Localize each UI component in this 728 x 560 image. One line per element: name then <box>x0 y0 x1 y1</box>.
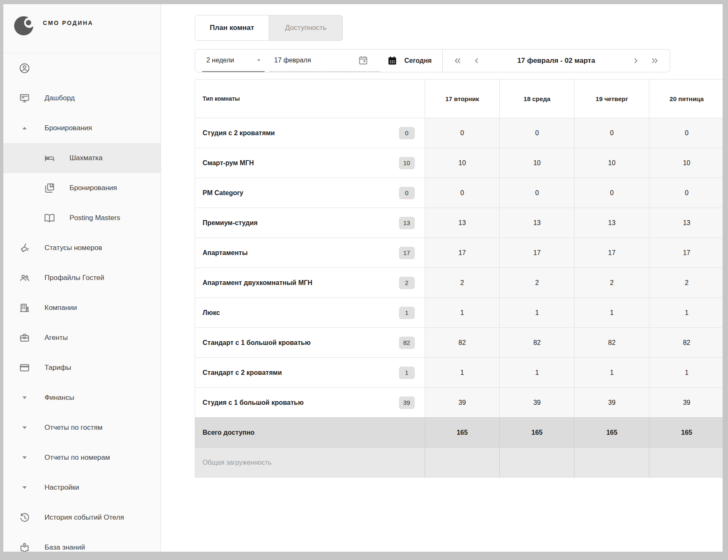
availability-cell: 17 <box>499 238 574 268</box>
room-type-row[interactable]: Студия с 2 кроватями00000 <box>195 118 723 148</box>
people-icon <box>18 272 31 284</box>
room-name-cell: Стандарт с 2 кроватями1 <box>195 358 425 387</box>
availability-cell: 39 <box>425 388 500 417</box>
availability-table: Тип комнаты17 вторник18 среда19 четверг2… <box>195 79 723 478</box>
room-type-row[interactable]: Апартаменты1717171717 <box>195 238 723 268</box>
availability-cell: 1 <box>649 358 723 387</box>
availability-cell: 39 <box>649 388 723 417</box>
column-header-day: 19 четверг <box>574 79 649 118</box>
room-count-badge: 10 <box>399 157 415 169</box>
room-type-row[interactable]: PM Category00000 <box>195 178 723 208</box>
availability-cell: 1 <box>499 298 574 327</box>
room-type-row[interactable]: Студия с 1 большой кроватью3939393939 <box>195 387 723 417</box>
room-type-row[interactable]: Смарт-рум МГН1010101010 <box>195 148 723 178</box>
account-icon <box>18 62 31 74</box>
sidebar-item-knowledge-base[interactable]: База знаний <box>3 533 161 552</box>
sidebar-item-companies[interactable]: Компании <box>3 293 161 323</box>
sidebar-item-label: Отчеты по номерам <box>45 453 110 462</box>
column-header-room-type: Тип комнаты <box>195 79 425 118</box>
room-type-row[interactable]: Премиум-студия1313131313 <box>195 208 723 238</box>
app-logo-icon <box>14 16 33 35</box>
room-count-badge: 0 <box>399 187 415 199</box>
sidebar-item-settings[interactable]: Настройки <box>3 473 161 503</box>
room-name-cell: Студия с 1 большой кроватью39 <box>195 388 425 417</box>
availability-cell-text: 2 <box>535 279 539 287</box>
double-next-button[interactable] <box>650 56 659 65</box>
sidebar-item-room-reports[interactable]: Отчеты по номерам <box>3 443 161 473</box>
room-count-badge: 1 <box>399 367 415 379</box>
sidebar-item-chessboard[interactable]: Шахматка <box>3 143 161 173</box>
sidebar-item-label: Отчеты по гостям <box>45 424 102 432</box>
sidebar-header: СМО РОДИНА <box>3 4 161 53</box>
availability-cell: 82 <box>425 328 500 357</box>
main-content: План комнат Доступность 2 недели 17 февр… <box>161 4 723 552</box>
room-type-row[interactable]: Стандарт с 1 большой кроватью8282828282 <box>195 327 723 357</box>
prev-button[interactable] <box>472 56 481 65</box>
pagination: 17 февраля - 02 марта <box>443 49 670 72</box>
room-type-row[interactable]: Люкс11111 <box>195 297 723 327</box>
view-tabs: План комнат Доступность <box>195 15 343 41</box>
room-count-badge: 0 <box>399 127 415 139</box>
availability-cell: 13 <box>499 208 574 238</box>
availability-cell-text: 17 <box>458 249 466 257</box>
sidebar-item-agents[interactable]: Агенты <box>3 323 161 353</box>
sidebar-item-tariffs[interactable]: Тарифы <box>3 353 161 383</box>
room-type-row[interactable]: Апартамент двухкомнатный МГН22222 <box>195 268 723 297</box>
availability-cell: 82 <box>574 328 649 357</box>
calendar-icon[interactable] <box>358 55 369 66</box>
room-name-cell: Стандарт с 1 большой кроватью82 <box>195 328 425 357</box>
sidebar-item-guest-profiles[interactable]: Профайлы Гостей <box>3 263 161 293</box>
sidebar-item-posting-masters[interactable]: Posting Masters <box>3 203 161 233</box>
availability-cell: 17 <box>649 238 723 268</box>
availability-cell: 0 <box>649 118 723 148</box>
availability-cell-text: 2 <box>461 279 464 287</box>
room-name: Апартамент двухкомнатный МГН <box>203 279 312 287</box>
period-select[interactable]: 2 недели <box>202 50 265 72</box>
room-type-row[interactable]: Стандарт с 2 кроватями11111 <box>195 357 723 387</box>
today-calendar-icon[interactable] <box>387 55 398 66</box>
availability-cell-text: 0 <box>461 189 464 197</box>
today-button[interactable]: Сегодня <box>404 57 432 64</box>
chevron-down-icon <box>18 421 31 434</box>
sidebar-item-bookings[interactable]: Бронирования <box>3 173 161 203</box>
tab-availability[interactable]: Доступность <box>269 15 342 40</box>
availability-cell: 39 <box>499 388 574 417</box>
library-icon <box>43 182 56 194</box>
sidebar-item-dashboard[interactable]: Дашборд <box>3 83 161 113</box>
next-button[interactable] <box>631 56 640 65</box>
sidebar-nav: ДашбордБронированияШахматкаБронированияP… <box>3 53 161 552</box>
double-prev-button[interactable] <box>453 56 462 65</box>
availability-cell: 0 <box>425 178 500 208</box>
room-count-badge: 39 <box>399 396 415 409</box>
tab-room-plan[interactable]: План комнат <box>195 15 269 40</box>
availability-cell: 0 <box>574 178 649 208</box>
sidebar-item-label: Агенты <box>45 334 68 342</box>
totals-cell: 165 <box>425 418 500 447</box>
room-name-cell: Премиум-студия13 <box>195 208 425 238</box>
sidebar-item-bookings-group[interactable]: Бронирования <box>3 113 161 143</box>
availability-cell-text: 17 <box>533 249 541 257</box>
occupancy-row: Общая загруженность <box>195 447 723 477</box>
start-date-input[interactable]: 17 февраля <box>270 50 380 72</box>
availability-cell-text: 1 <box>461 369 464 377</box>
availability-cell-text: 13 <box>683 219 691 227</box>
availability-cell: 1 <box>574 358 649 387</box>
room-name: Стандарт с 1 большой кроватью <box>203 339 311 347</box>
availability-cell-text: 0 <box>610 129 614 137</box>
sidebar-item-finances[interactable]: Финансы <box>3 383 161 413</box>
availability-cell-text: 0 <box>535 189 539 197</box>
sidebar-item-label: Шахматка <box>69 154 102 162</box>
sidebar-item-room-statuses[interactable]: Статусы номеров <box>3 233 161 263</box>
sidebar-item-guest-reports[interactable]: Отчеты по гостям <box>3 413 161 443</box>
sidebar-item-hotel-history[interactable]: История событий Отеля <box>3 503 161 533</box>
availability-cell: 0 <box>649 178 723 208</box>
sidebar-item-account[interactable] <box>3 53 161 83</box>
availability-cell-text: 13 <box>608 219 616 227</box>
availability-cell: 2 <box>499 268 574 297</box>
availability-cell-text: 17 <box>683 249 691 257</box>
availability-cell-text: 13 <box>533 219 541 227</box>
sidebar-item-label: История событий Отеля <box>45 513 124 522</box>
chevron-down-icon <box>18 481 31 494</box>
availability-cell-text: 0 <box>461 129 464 137</box>
sidebar: СМО РОДИНА ДашбордБронированияШахматкаБр… <box>3 4 161 552</box>
